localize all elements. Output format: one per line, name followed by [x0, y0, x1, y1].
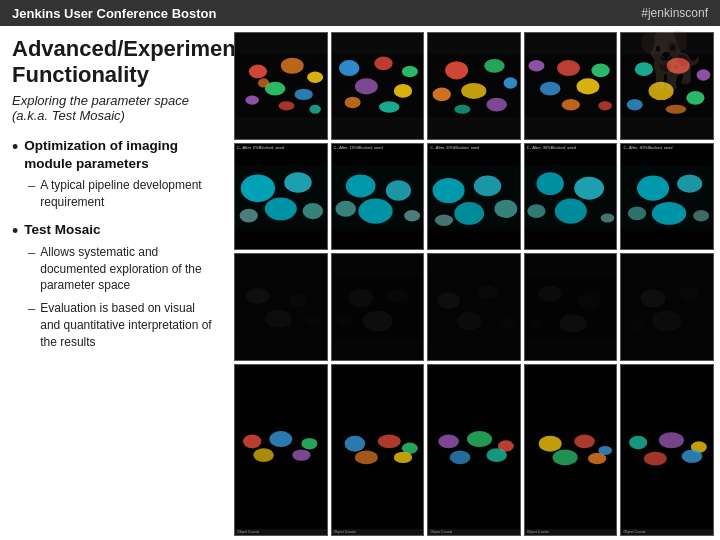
svg-point-6	[245, 96, 259, 105]
bullet-section-2: • Test Mosaic – Allows systematic and do…	[12, 221, 218, 351]
img-label-2-1: C--After, 0%Blocked, seed	[235, 144, 327, 151]
bullet-main-text-1: Optimization of imaging module parameter…	[24, 137, 218, 173]
svg-point-80	[363, 311, 393, 332]
svg-point-3	[307, 71, 323, 82]
svg-point-67	[637, 175, 669, 200]
svg-point-79	[388, 289, 409, 303]
img-cell-4-1: Object Counts	[234, 364, 328, 536]
svg-point-52	[335, 200, 356, 216]
header: Jenkins User Conference Boston #jenkinsc…	[0, 0, 720, 26]
svg-point-71	[694, 210, 710, 221]
svg-point-61	[536, 172, 563, 195]
svg-point-74	[289, 294, 307, 308]
svg-point-49	[345, 174, 375, 197]
sub-bullet-2a: – Allows systematic and documented explo…	[28, 244, 218, 294]
header-hashtag: #jenkinsconf	[641, 6, 708, 20]
svg-point-78	[348, 289, 373, 307]
svg-rect-72	[235, 276, 327, 339]
bullet-section-1: • Optimization of imaging module paramet…	[12, 137, 218, 211]
svg-point-90	[559, 314, 586, 332]
svg-point-86	[500, 318, 516, 329]
svg-point-108	[393, 451, 411, 462]
img-cell-3-3	[427, 253, 521, 361]
svg-point-69	[652, 202, 686, 225]
svg-point-96	[629, 320, 645, 331]
img-cell-2-1: C--After, 0%Blocked, seed	[234, 143, 328, 251]
img-cell-1-4	[524, 32, 618, 140]
svg-point-93	[641, 289, 666, 307]
svg-point-13	[401, 66, 417, 77]
svg-point-28	[557, 60, 580, 76]
svg-point-100	[301, 438, 317, 449]
svg-point-113	[450, 450, 471, 464]
svg-point-70	[628, 206, 646, 220]
svg-point-55	[433, 178, 465, 203]
bullet-main-text-2: Test Mosaic	[24, 221, 100, 239]
bullet-dot-2: •	[12, 222, 18, 240]
image-row-4: Object Counts Object Counts	[234, 364, 714, 536]
img-text-4-4: Object Counts	[525, 529, 617, 535]
svg-point-76	[306, 317, 320, 326]
bullet-dot-1: •	[12, 138, 18, 156]
svg-point-102	[292, 449, 310, 460]
bullet-main-1: • Optimization of imaging module paramet…	[12, 137, 218, 173]
svg-point-62	[574, 176, 604, 199]
header-title: Jenkins User Conference Boston	[12, 6, 216, 21]
svg-point-125	[644, 451, 667, 465]
svg-point-27	[528, 60, 544, 71]
img-label-2-3: C--After, 20%Blocked, seed	[428, 144, 520, 151]
svg-point-7	[279, 101, 295, 110]
svg-point-32	[561, 99, 579, 110]
svg-point-46	[303, 203, 324, 219]
watermark-dog: 🐕	[638, 28, 718, 108]
svg-point-14	[354, 78, 377, 94]
img-cell-3-4	[524, 253, 618, 361]
svg-point-73	[246, 288, 269, 304]
svg-point-8	[309, 105, 320, 114]
img-label-2-5: C--After, 40%Blocked, seed	[621, 144, 713, 151]
slide-title: Advanced/Experimental Functionality	[12, 36, 218, 89]
img-cell-4-3: Object Counts	[427, 364, 521, 536]
img-cell-2-5: C--After, 40%Blocked, seed	[620, 143, 714, 251]
img-label-2-4: C--After, 30%Blocked, seed	[525, 144, 617, 151]
svg-point-110	[438, 434, 459, 448]
svg-point-63	[555, 198, 587, 223]
img-text-4-1: Object Counts	[235, 529, 327, 535]
image-row-2: C--After, 0%Blocked, seed C--After, 10%B…	[234, 143, 714, 251]
img-cell-1-1	[234, 32, 328, 140]
svg-point-20	[484, 59, 505, 73]
svg-point-25	[455, 105, 471, 114]
svg-point-88	[539, 286, 562, 302]
svg-point-58	[495, 199, 518, 217]
svg-point-56	[474, 175, 501, 196]
svg-point-119	[552, 449, 577, 465]
img-cell-2-2: C--After, 10%Blocked, seed	[331, 143, 425, 251]
svg-point-126	[682, 449, 703, 463]
svg-point-51	[358, 198, 392, 223]
sub-bullet-text-2b: Evaluation is based on visual and quanti…	[40, 300, 218, 350]
img-cell-2-3: C--After, 20%Blocked, seed	[427, 143, 521, 251]
svg-point-45	[265, 197, 297, 220]
svg-point-98	[243, 434, 261, 448]
img-text-4-5: Object Counts	[621, 529, 713, 535]
svg-point-89	[577, 293, 600, 309]
svg-point-2	[281, 58, 304, 74]
img-cell-1-2	[331, 32, 425, 140]
svg-point-64	[527, 204, 545, 218]
svg-point-105	[377, 434, 400, 448]
sub-bullet-1a: – A typical pipeline development require…	[28, 177, 218, 211]
img-cell-4-5: Object Counts	[620, 364, 714, 536]
img-cell-3-5	[620, 253, 714, 361]
svg-point-16	[344, 97, 360, 108]
dash-2b: –	[28, 301, 35, 316]
svg-point-101	[253, 448, 274, 462]
svg-point-24	[487, 98, 508, 112]
svg-point-22	[461, 83, 486, 99]
sub-bullet-text-2a: Allows systematic and documented explora…	[40, 244, 218, 294]
img-cell-3-1	[234, 253, 328, 361]
svg-point-83	[437, 293, 460, 309]
svg-point-95	[652, 311, 682, 332]
svg-point-122	[629, 435, 647, 449]
dash-2a: –	[28, 245, 35, 260]
svg-point-120	[588, 453, 606, 464]
